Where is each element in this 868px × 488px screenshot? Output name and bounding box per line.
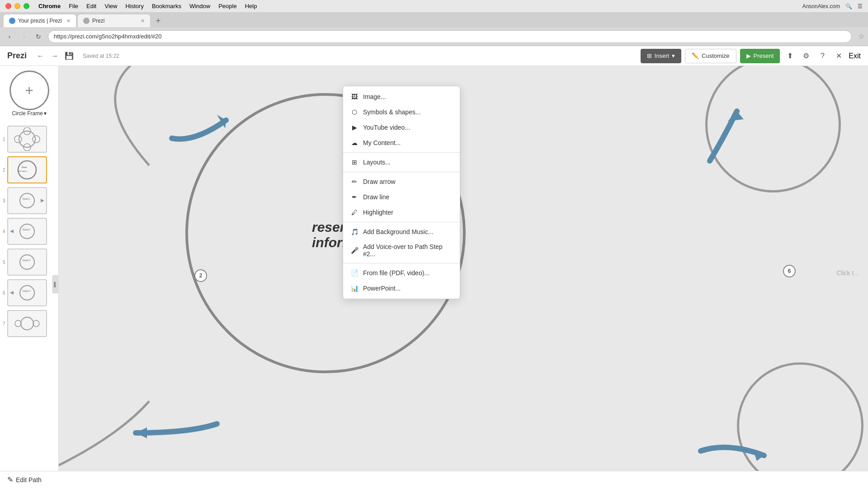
svg-point-2 [33, 136, 40, 143]
sidebar-collapse-handle[interactable]: ▌ [52, 275, 59, 293]
frame-selector[interactable]: + Circle Frame ▾ [5, 70, 54, 118]
mac-menu-file[interactable]: File [69, 3, 78, 9]
file-icon: 📄 [350, 269, 359, 277]
close-button[interactable] [5, 3, 11, 9]
step-2-badge: 2 [194, 269, 207, 282]
list-icon[interactable]: ☰ [858, 3, 863, 9]
slide-thumb-2[interactable]: Prezi information [7, 156, 47, 183]
menu-item-symbols[interactable]: ⬡ Symbols & shapes... [343, 104, 460, 120]
slide-row-2: 2 Prezi information [0, 156, 58, 183]
insert-button[interactable]: ⊞ Insert ▾ [641, 49, 682, 63]
menu-item-voiceover[interactable]: 🎤 Add Voice-over to Path Step #2... [343, 239, 460, 261]
frame-dropdown-icon[interactable]: ▾ [44, 110, 47, 117]
mac-menu-people[interactable]: People [218, 3, 236, 9]
mac-menu-bookmarks[interactable]: Bookmarks [152, 3, 181, 9]
tab-close-1[interactable]: ✕ [66, 18, 71, 24]
help-button[interactable]: ? [816, 50, 829, 62]
mac-menu-help[interactable]: Help [245, 3, 257, 9]
tab-yourprezis[interactable]: Your prezis | Prezi ✕ [4, 14, 76, 27]
customize-label: Customize [702, 52, 729, 59]
present-button[interactable]: ▶ Present [740, 49, 780, 63]
slide-thumb-3[interactable]: Detail 1 [7, 187, 47, 214]
svg-point-16 [20, 286, 34, 300]
menu-item-fromfile[interactable]: 📄 From file (PDF, video)... [343, 265, 460, 281]
customize-button[interactable]: ✏️ Customize [685, 49, 736, 63]
menu-item-music[interactable]: 🎵 Add Background Music... [343, 224, 460, 239]
customize-icon: ✏️ [692, 52, 699, 59]
slide-thumb-6[interactable]: Detail 4 [7, 279, 47, 306]
menu-item-youtube[interactable]: ▶ YouTube video... [343, 120, 460, 135]
arrow-3 [696, 102, 750, 167]
forward-button[interactable]: › [18, 31, 30, 42]
close-editor-button[interactable]: ✕ [832, 50, 845, 62]
svg-point-11 [20, 224, 34, 239]
back-button[interactable]: ‹ [4, 31, 15, 42]
mac-menu-window[interactable]: Window [189, 3, 210, 9]
frame-preview[interactable]: + [9, 70, 49, 110]
app-logo: Prezi [7, 51, 27, 61]
svg-marker-10 [41, 199, 44, 202]
top-left-arc [59, 66, 158, 176]
mac-menu-view[interactable]: View [104, 3, 117, 9]
settings-button[interactable]: ⚙ [800, 50, 812, 62]
svg-point-20 [15, 320, 21, 327]
site-name: AnsonAlex.com [802, 3, 840, 9]
svg-point-8 [20, 193, 34, 208]
svg-point-1 [14, 136, 22, 143]
menu-item-youtube-label: YouTube video... [363, 124, 410, 131]
minimize-button[interactable] [14, 3, 20, 9]
svg-point-14 [20, 255, 34, 269]
back-nav-button[interactable]: ← [34, 50, 47, 62]
tabs-row: Your prezis | Prezi ✕ Prezi ✕ + [0, 13, 868, 27]
menu-item-fromfile-label: From file (PDF, video)... [363, 269, 429, 277]
save-button[interactable]: 💾 [63, 50, 75, 62]
frame-label: Circle Frame ▾ [5, 110, 54, 117]
music-icon: 🎵 [350, 228, 359, 236]
svg-point-19 [21, 317, 33, 330]
slide-thumb-1[interactable] [7, 126, 47, 153]
arrow-1 [167, 107, 249, 163]
edit-path-button[interactable]: ✎ Edit Path [7, 475, 42, 484]
menu-item-layouts-label: Layouts... [363, 159, 391, 166]
save-status: Saved at 15:22 [83, 53, 119, 59]
menu-item-draw-arrow[interactable]: ✏ Draw arrow [343, 174, 460, 189]
menu-item-layouts[interactable]: ⊞ Layouts... [343, 155, 460, 170]
svg-text:Detail 1: Detail 1 [23, 197, 30, 200]
url-bar[interactable]: https://prezi.com/g5no2hp4hmxd/edit/#20 [48, 30, 852, 43]
slide-num-label-7: 7 [3, 321, 5, 326]
menu-item-powerpoint[interactable]: 📊 PowerPoint... [343, 281, 460, 296]
main-area: + Circle Frame ▾ 1 2 [0, 66, 868, 488]
new-tab-button[interactable]: + [152, 14, 165, 27]
forward-nav-button[interactable]: → [48, 50, 61, 62]
slide-row-5: 5 Detail 3 [0, 249, 58, 276]
toolbar-nav: ← → 💾 [34, 50, 75, 62]
search-icon[interactable]: 🔍 [845, 3, 852, 9]
step-6-badge: 6 [783, 265, 796, 277]
tab-close-2[interactable]: ✕ [141, 18, 145, 24]
url-text: https://prezi.com/g5no2hp4hmxd/edit/#20 [54, 33, 161, 40]
slide-thumb-7[interactable] [7, 310, 47, 337]
menu-item-mycontent-label: My Content... [363, 139, 401, 146]
reload-button[interactable]: ↻ [33, 31, 44, 42]
tab-favicon-2 [83, 18, 90, 24]
maximize-button[interactable] [24, 3, 29, 9]
menu-item-symbols-label: Symbols & shapes... [363, 108, 421, 116]
ppt-icon: 📊 [350, 284, 359, 292]
share-button[interactable]: ⬆ [783, 50, 796, 62]
bookmark-icon[interactable]: ☆ [858, 32, 864, 41]
menu-item-powerpoint-label: PowerPoint... [363, 285, 401, 292]
menu-item-image[interactable]: 🖼 Image... [343, 89, 460, 104]
mac-menu-history[interactable]: History [125, 3, 143, 9]
slide-num-label-4: 4 [3, 229, 5, 234]
canvas[interactable]: resent information and ideas 2 6 Click t… [59, 66, 868, 488]
present-label: Present [754, 52, 774, 59]
mac-app-name[interactable]: Chrome [38, 3, 61, 9]
menu-item-highlighter[interactable]: 🖊 Highlighter [343, 205, 460, 220]
menu-item-draw-line[interactable]: ✒ Draw line [343, 189, 460, 205]
menu-item-mycontent[interactable]: ☁ My Content... [343, 135, 460, 150]
tab-prezi[interactable]: Prezi ✕ [78, 14, 150, 27]
traffic-lights[interactable] [5, 3, 29, 9]
slide-thumb-5[interactable]: Detail 3 [7, 249, 47, 276]
slide-thumb-4[interactable]: Detail 2 [7, 218, 47, 245]
mac-menu-edit[interactable]: Edit [86, 3, 96, 9]
